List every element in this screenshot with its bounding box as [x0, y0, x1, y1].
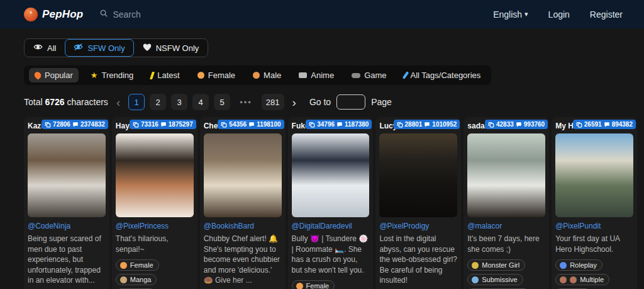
tab-label: Game	[364, 71, 386, 80]
tag-emoji-icon	[560, 276, 567, 283]
tv-icon	[299, 72, 307, 78]
author-link[interactable]: @DigitalDaredevil	[292, 222, 352, 230]
chat-count: 993760	[524, 121, 545, 128]
tag-submissive[interactable]: Submissive	[467, 274, 523, 285]
language-selector[interactable]: English ▾	[493, 9, 528, 20]
pephop-logo-icon: ʼ	[24, 8, 38, 21]
tag-emoji-icon	[296, 283, 303, 289]
card-header: Lucy288011010952	[379, 120, 457, 132]
heart-icon	[143, 43, 152, 53]
stats-badge: 733161875297	[130, 120, 196, 129]
navbar-right: English ▾ Login Register	[493, 9, 623, 20]
category-tabs: Popular★TrendingLatestFemaleMaleAnimeGam…	[24, 65, 491, 85]
card-header: Chef La543561198100	[204, 120, 282, 132]
character-card[interactable]: sadako42833993760@malacorIt's been 7 day…	[464, 117, 549, 289]
tag-list: Monster GirlSubmissiveMatureWholesome	[467, 259, 545, 289]
chat-count-icon	[424, 122, 430, 128]
page-button-4[interactable]: 4	[192, 94, 209, 110]
content-filter-group: AllSFW OnlyNSFW Only	[24, 38, 208, 57]
chat-count-icon	[248, 122, 255, 128]
copy-count-icon	[133, 122, 139, 128]
tag-female[interactable]: Female	[292, 280, 335, 289]
main-content: AllSFW OnlyNSFW Only Popular★TrendingLat…	[0, 28, 644, 289]
lightning-icon	[150, 72, 155, 79]
tab-male[interactable]: Male	[247, 68, 287, 82]
tab-all-tags-categories[interactable]: All Tags/Categories	[399, 68, 487, 82]
page-button-3[interactable]: 3	[171, 94, 187, 110]
copy-count: 73316	[141, 121, 158, 128]
eye-off-icon	[74, 43, 83, 53]
tab-popular[interactable]: Popular	[29, 68, 79, 82]
character-description: Being super scared of men due to past ex…	[28, 234, 106, 286]
chat-count: 1010952	[432, 121, 457, 128]
character-card[interactable]: Fuko n347961187380@DigitalDaredevilBully…	[288, 117, 374, 289]
tag-manga[interactable]: Manga	[116, 274, 157, 285]
tab-female[interactable]: Female	[192, 68, 241, 82]
stats-badge: 26591894382	[573, 120, 636, 129]
tab-anime[interactable]: Anime	[293, 68, 340, 82]
next-page-button[interactable]: ›	[291, 96, 297, 108]
filter-nsfw-only[interactable]: NSFW Only	[134, 39, 208, 57]
female-icon	[197, 72, 204, 79]
tag-list: FemaleFictional	[292, 280, 370, 289]
register-button[interactable]: Register	[590, 9, 623, 20]
filter-all[interactable]: All	[25, 39, 65, 57]
character-card[interactable]: Lucy288011010952@PixelProdigyLost in the…	[375, 117, 461, 289]
filter-sfw-only[interactable]: SFW Only	[65, 39, 133, 57]
author-link[interactable]: @CodeNinja	[28, 222, 70, 230]
card-header: Kazuko728062374832	[28, 120, 106, 132]
tag-label: Manga	[130, 276, 152, 283]
tag-emoji-icon	[120, 262, 127, 269]
page-button-281[interactable]: 281	[262, 94, 284, 110]
tag-label: Female	[130, 261, 153, 269]
goto-page-input[interactable]	[336, 94, 365, 110]
character-card[interactable]: Hayase733161875297@PixelPrincessThat's h…	[112, 117, 197, 289]
author-link[interactable]: @PixelPrincess	[116, 222, 169, 230]
tag-roleplay[interactable]: Roleplay	[555, 259, 602, 271]
author-link[interactable]: @BookishBard	[204, 222, 254, 230]
login-button[interactable]: Login	[548, 9, 570, 20]
brand[interactable]: ʼ PepHop	[24, 8, 83, 21]
search-icon	[99, 9, 108, 20]
tag-female[interactable]: Female	[116, 259, 159, 271]
author-link[interactable]: @PixelProdigy	[379, 222, 429, 230]
chat-count-icon	[160, 122, 167, 128]
stats-badge: 728062374832	[42, 120, 108, 129]
author-link[interactable]: @PixelPundit	[555, 222, 601, 230]
navbar: ʼ PepHop Search English ▾ Login Register	[0, 0, 644, 28]
page-button-2[interactable]: 2	[150, 94, 166, 110]
chat-count: 1198100	[257, 121, 280, 128]
character-card[interactable]: Kazuko728062374832@CodeNinjaBeing super …	[24, 117, 109, 289]
card-header: sadako42833993760	[467, 120, 545, 132]
character-image	[204, 133, 282, 217]
copy-count: 34796	[317, 121, 335, 128]
page-button-1[interactable]: 1	[128, 94, 145, 110]
tab-trending[interactable]: ★Trending	[85, 68, 139, 82]
brand-name: PepHop	[42, 8, 83, 21]
character-card[interactable]: My Hero26591894382@PixelPunditYour first…	[552, 117, 637, 289]
tag-multiple[interactable]: Multiple	[555, 274, 609, 285]
character-image	[28, 133, 106, 217]
tag-list: FemaleMangaAnimeNon-binary	[116, 259, 194, 289]
character-description: That's hilarious, senpai!~	[116, 234, 194, 254]
tab-game[interactable]: Game	[346, 68, 392, 82]
character-image	[379, 133, 457, 217]
copy-count: 42833	[496, 121, 514, 128]
tag-monster-girl[interactable]: Monster Girl	[467, 259, 525, 271]
character-description: Lost in the digital abyss, can you rescu…	[379, 234, 457, 286]
tab-latest[interactable]: Latest	[145, 68, 185, 82]
author-link[interactable]: @malacor	[467, 222, 502, 230]
character-description: Your first day at UA Hero Highschool.	[555, 234, 633, 254]
character-card[interactable]: Chef La543561198100@BookishBardChubby Ch…	[200, 117, 286, 289]
fire-icon	[33, 71, 43, 80]
chat-count: 1875297	[169, 121, 193, 128]
character-image	[116, 133, 194, 217]
pagination-bar: Total 6726 characters ‹ 12345•••281 › Go…	[24, 94, 644, 110]
tab-label: Anime	[311, 71, 334, 80]
prev-page-button[interactable]: ‹	[115, 96, 121, 108]
chat-count-icon	[604, 122, 610, 128]
search-input[interactable]: Search	[99, 9, 140, 20]
tag-emoji-icon	[120, 276, 127, 283]
chat-count: 1187380	[345, 121, 369, 128]
page-button-5[interactable]: 5	[214, 94, 230, 110]
